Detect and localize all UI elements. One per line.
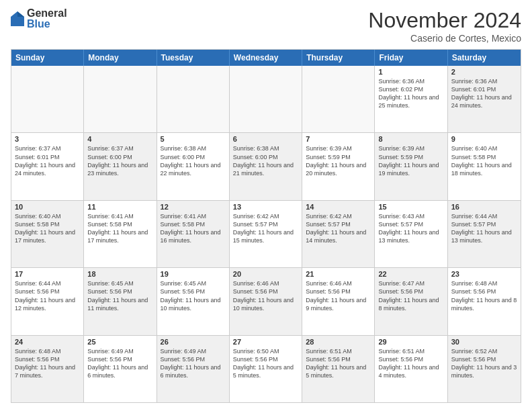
cal-cell: 13Sunrise: 6:42 AM Sunset: 5:57 PM Dayli… bbox=[230, 201, 302, 267]
cal-cell bbox=[230, 66, 302, 132]
cal-cell: 11Sunrise: 6:41 AM Sunset: 5:58 PM Dayli… bbox=[84, 201, 157, 267]
cal-cell: 12Sunrise: 6:41 AM Sunset: 5:58 PM Dayli… bbox=[157, 201, 230, 267]
day-info: Sunrise: 6:45 AM Sunset: 5:56 PM Dayligh… bbox=[161, 279, 226, 312]
cal-cell: 5Sunrise: 6:38 AM Sunset: 6:00 PM Daylig… bbox=[157, 133, 230, 199]
cal-cell bbox=[302, 66, 375, 132]
day-number: 24 bbox=[15, 338, 80, 346]
cal-cell: 9Sunrise: 6:40 AM Sunset: 5:58 PM Daylig… bbox=[448, 133, 521, 199]
cal-row: 10Sunrise: 6:40 AM Sunset: 5:58 PM Dayli… bbox=[11, 201, 521, 268]
cal-cell: 7Sunrise: 6:39 AM Sunset: 5:59 PM Daylig… bbox=[302, 133, 375, 199]
cal-cell bbox=[157, 66, 230, 132]
day-info: Sunrise: 6:44 AM Sunset: 5:57 PM Dayligh… bbox=[451, 212, 517, 245]
cal-row: 17Sunrise: 6:44 AM Sunset: 5:56 PM Dayli… bbox=[11, 268, 521, 335]
day-number: 2 bbox=[451, 68, 517, 76]
day-info: Sunrise: 6:36 AM Sunset: 6:02 PM Dayligh… bbox=[378, 77, 443, 110]
header: General Blue November 2024 Caserio de Co… bbox=[11, 8, 521, 44]
day-info: Sunrise: 6:37 AM Sunset: 6:01 PM Dayligh… bbox=[15, 144, 80, 177]
cal-cell: 21Sunrise: 6:46 AM Sunset: 5:56 PM Dayli… bbox=[302, 268, 375, 334]
cal-cell: 30Sunrise: 6:52 AM Sunset: 5:56 PM Dayli… bbox=[448, 336, 521, 402]
cal-cell: 22Sunrise: 6:47 AM Sunset: 5:56 PM Dayli… bbox=[375, 268, 447, 334]
cal-cell: 15Sunrise: 6:43 AM Sunset: 5:57 PM Dayli… bbox=[375, 201, 447, 267]
cal-cell bbox=[11, 66, 84, 132]
cal-cell: 26Sunrise: 6:49 AM Sunset: 5:56 PM Dayli… bbox=[157, 336, 230, 402]
cal-header-cell: Monday bbox=[84, 50, 157, 66]
cal-row: 1Sunrise: 6:36 AM Sunset: 6:02 PM Daylig… bbox=[11, 66, 521, 133]
cal-header-cell: Friday bbox=[375, 50, 447, 66]
day-info: Sunrise: 6:39 AM Sunset: 5:59 PM Dayligh… bbox=[378, 144, 443, 177]
page: General Blue November 2024 Caserio de Co… bbox=[0, 0, 532, 411]
day-number: 1 bbox=[378, 68, 443, 76]
cal-header-cell: Tuesday bbox=[157, 50, 230, 66]
cal-cell: 18Sunrise: 6:45 AM Sunset: 5:56 PM Dayli… bbox=[84, 268, 157, 334]
cal-cell bbox=[84, 66, 157, 132]
day-info: Sunrise: 6:50 AM Sunset: 5:56 PM Dayligh… bbox=[233, 347, 298, 380]
day-number: 9 bbox=[451, 135, 517, 143]
day-number: 27 bbox=[233, 338, 298, 346]
cal-cell: 28Sunrise: 6:51 AM Sunset: 5:56 PM Dayli… bbox=[302, 336, 375, 402]
cal-row: 3Sunrise: 6:37 AM Sunset: 6:01 PM Daylig… bbox=[11, 133, 521, 200]
day-number: 26 bbox=[161, 338, 226, 346]
cal-cell: 3Sunrise: 6:37 AM Sunset: 6:01 PM Daylig… bbox=[11, 133, 84, 199]
logo-blue: Blue bbox=[27, 19, 67, 30]
cal-cell: 24Sunrise: 6:48 AM Sunset: 5:56 PM Dayli… bbox=[11, 336, 84, 402]
title-section: November 2024 Caserio de Cortes, Mexico bbox=[368, 8, 521, 44]
day-info: Sunrise: 6:48 AM Sunset: 5:56 PM Dayligh… bbox=[15, 347, 80, 380]
cal-cell: 23Sunrise: 6:48 AM Sunset: 5:56 PM Dayli… bbox=[448, 268, 521, 334]
cal-cell: 29Sunrise: 6:51 AM Sunset: 5:56 PM Dayli… bbox=[375, 336, 447, 402]
day-info: Sunrise: 6:51 AM Sunset: 5:56 PM Dayligh… bbox=[378, 347, 443, 380]
cal-cell: 6Sunrise: 6:38 AM Sunset: 6:00 PM Daylig… bbox=[230, 133, 302, 199]
day-number: 5 bbox=[161, 135, 226, 143]
day-number: 28 bbox=[306, 338, 371, 346]
day-info: Sunrise: 6:38 AM Sunset: 6:00 PM Dayligh… bbox=[233, 144, 298, 177]
day-number: 15 bbox=[378, 203, 443, 211]
cal-header-cell: Wednesday bbox=[230, 50, 302, 66]
day-number: 29 bbox=[378, 338, 443, 346]
logo-general: General bbox=[27, 8, 67, 19]
day-info: Sunrise: 6:43 AM Sunset: 5:57 PM Dayligh… bbox=[378, 212, 443, 245]
cal-cell: 25Sunrise: 6:49 AM Sunset: 5:56 PM Dayli… bbox=[84, 336, 157, 402]
day-info: Sunrise: 6:42 AM Sunset: 5:57 PM Dayligh… bbox=[233, 212, 298, 245]
cal-header-cell: Thursday bbox=[302, 50, 375, 66]
cal-cell: 10Sunrise: 6:40 AM Sunset: 5:58 PM Dayli… bbox=[11, 201, 84, 267]
day-number: 12 bbox=[161, 203, 226, 211]
day-info: Sunrise: 6:36 AM Sunset: 6:01 PM Dayligh… bbox=[451, 77, 517, 110]
day-info: Sunrise: 6:44 AM Sunset: 5:56 PM Dayligh… bbox=[15, 279, 80, 312]
cal-row: 24Sunrise: 6:48 AM Sunset: 5:56 PM Dayli… bbox=[11, 336, 521, 402]
day-info: Sunrise: 6:41 AM Sunset: 5:58 PM Dayligh… bbox=[87, 212, 152, 245]
location: Caserio de Cortes, Mexico bbox=[368, 33, 521, 44]
day-number: 13 bbox=[233, 203, 298, 211]
calendar-body: 1Sunrise: 6:36 AM Sunset: 6:02 PM Daylig… bbox=[11, 66, 521, 402]
cal-cell: 16Sunrise: 6:44 AM Sunset: 5:57 PM Dayli… bbox=[448, 201, 521, 267]
logo-text: General Blue bbox=[27, 8, 67, 30]
day-number: 19 bbox=[161, 270, 226, 278]
day-info: Sunrise: 6:51 AM Sunset: 5:56 PM Dayligh… bbox=[306, 347, 371, 380]
month-title: November 2024 bbox=[368, 8, 521, 33]
cal-cell: 14Sunrise: 6:42 AM Sunset: 5:57 PM Dayli… bbox=[302, 201, 375, 267]
day-number: 16 bbox=[451, 203, 517, 211]
day-number: 21 bbox=[306, 270, 371, 278]
day-number: 23 bbox=[451, 270, 517, 278]
day-number: 14 bbox=[306, 203, 371, 211]
day-number: 18 bbox=[87, 270, 152, 278]
cal-cell: 2Sunrise: 6:36 AM Sunset: 6:01 PM Daylig… bbox=[448, 66, 521, 132]
day-info: Sunrise: 6:47 AM Sunset: 5:56 PM Dayligh… bbox=[378, 279, 443, 312]
day-info: Sunrise: 6:39 AM Sunset: 5:59 PM Dayligh… bbox=[306, 144, 371, 177]
day-number: 30 bbox=[451, 338, 517, 346]
day-info: Sunrise: 6:40 AM Sunset: 5:58 PM Dayligh… bbox=[451, 144, 517, 177]
day-number: 8 bbox=[378, 135, 443, 143]
day-number: 11 bbox=[87, 203, 152, 211]
cal-header-cell: Sunday bbox=[11, 50, 84, 66]
cal-cell: 27Sunrise: 6:50 AM Sunset: 5:56 PM Dayli… bbox=[230, 336, 302, 402]
cal-cell: 20Sunrise: 6:46 AM Sunset: 5:56 PM Dayli… bbox=[230, 268, 302, 334]
day-number: 4 bbox=[87, 135, 152, 143]
day-info: Sunrise: 6:46 AM Sunset: 5:56 PM Dayligh… bbox=[233, 279, 298, 312]
day-number: 6 bbox=[233, 135, 298, 143]
day-number: 25 bbox=[87, 338, 152, 346]
calendar-header: SundayMondayTuesdayWednesdayThursdayFrid… bbox=[11, 50, 521, 66]
day-info: Sunrise: 6:37 AM Sunset: 6:00 PM Dayligh… bbox=[87, 144, 152, 177]
calendar: SundayMondayTuesdayWednesdayThursdayFrid… bbox=[11, 49, 521, 403]
logo-icon bbox=[11, 11, 24, 26]
day-number: 17 bbox=[15, 270, 80, 278]
day-info: Sunrise: 6:41 AM Sunset: 5:58 PM Dayligh… bbox=[161, 212, 226, 245]
day-info: Sunrise: 6:38 AM Sunset: 6:00 PM Dayligh… bbox=[161, 144, 226, 177]
